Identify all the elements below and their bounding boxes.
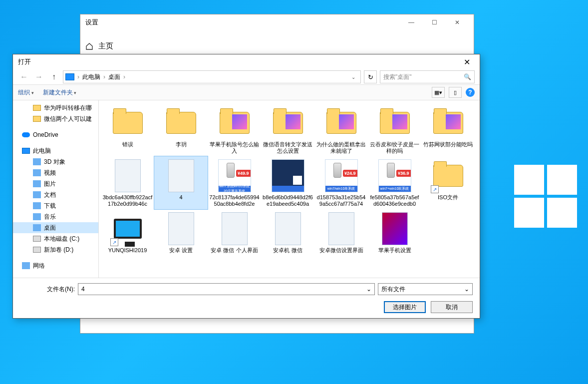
tree-thispc[interactable]: 此电脑 [13, 145, 98, 156]
file-item[interactable]: 3bdc6a430ffb922acf17b2e0d99b46c [101, 156, 154, 209]
nav-tree[interactable]: 华为呼叫转移在哪微信两个人可以建 OneDrive 此电脑 3D 对象视频图片文… [13, 100, 99, 278]
drive-icon [33, 236, 41, 242]
file-label: b8e6d6b0d9448d2f6e19abeed5c409a [262, 194, 313, 207]
filetype-filter[interactable]: 所有文件 ⌄ [378, 283, 473, 295]
minimize-button[interactable]: — [400, 17, 423, 27]
filename-input[interactable]: 4 ⌄ [78, 283, 375, 295]
open-dialog: 打开 ✕ ← → ↑ › 此电脑 › 桌面 › ⌄ ↻ 搜索"桌面" 🔍 组织 … [12, 54, 480, 319]
file-label: d158753a31e25b549a5cc67af775a74 [315, 194, 367, 207]
video-icon [33, 169, 41, 176]
file-label: 3bdc6a430ffb922acf17b2e0d99b46c [102, 194, 153, 207]
tree-network[interactable]: 网络 [13, 260, 98, 271]
file-item[interactable]: 云吞皮和饺子皮是一样的吗 [368, 103, 421, 156]
home-label[interactable]: 主页 [98, 41, 113, 51]
windows-logo [514, 165, 579, 230]
image-thumb: ¥49.9win7系统win10系统 20元重装系统 [218, 159, 251, 192]
crumb-thispc[interactable]: 此电脑 [82, 73, 100, 81]
tree-pc-item[interactable]: 3D 对象 [13, 156, 98, 167]
pc-icon [65, 73, 74, 80]
folder-icon [33, 105, 41, 111]
file-item[interactable]: ↗ISO文件 [421, 156, 475, 209]
file-item[interactable]: 错误 [101, 103, 154, 156]
doc-icon [33, 191, 41, 198]
file-label: 微信语音转文字发送怎么设置 [262, 141, 313, 154]
tree-pc-item[interactable]: 图片 [13, 178, 98, 189]
tree-pc-item[interactable]: 下载 [13, 200, 98, 211]
address-bar[interactable]: › 此电脑 › 桌面 › ⌄ [63, 70, 361, 83]
close-button[interactable]: ✕ [446, 17, 469, 27]
file-item[interactable]: 安卓 微信 个人界面 [208, 209, 261, 256]
file-list[interactable]: 错误李玥苹果手机除号怎么输入微信语音转文字发送怎么设置为什么做的蛋糕拿出来就缩了… [99, 100, 480, 278]
image-thumb [168, 159, 194, 192]
desktop-icon [33, 224, 41, 231]
pic-icon [33, 180, 41, 187]
shortcut-icon: ↗ [110, 238, 118, 246]
tree-pc-item[interactable]: 音乐 [13, 211, 98, 222]
image-thumb [275, 212, 301, 245]
file-item[interactable]: ¥36.9win7+win10双系统fe5805a37b567a5efd6004… [368, 156, 421, 209]
tree-quick-item[interactable]: 微信两个人可以建 [13, 113, 98, 124]
file-item[interactable]: 安卓 设置 [154, 209, 208, 256]
file-item[interactable]: 安卓微信设置界面 [314, 209, 368, 256]
file-label: 安卓 设置 [169, 247, 193, 254]
tree-pc-item[interactable]: 桌面 [13, 222, 98, 233]
maximize-button[interactable]: ☐ [423, 17, 446, 27]
image-thumb: ¥36.9win7+win10双系统 [378, 159, 411, 192]
tree-quick-item[interactable]: 华为呼叫转移在哪 [13, 102, 98, 113]
image-thumb [272, 159, 304, 192]
file-label: 竹荪网状部分能吃吗 [423, 141, 473, 148]
tree-pc-item[interactable]: 文档 [13, 189, 98, 200]
file-label: 安卓 微信 个人界面 [211, 247, 258, 254]
tree-pc-item[interactable]: 本地磁盘 (C:) [13, 233, 98, 244]
file-item[interactable]: 苹果手机设置 [368, 209, 421, 256]
file-label: 4 [179, 194, 182, 201]
crumb-desktop[interactable]: 桌面 [108, 73, 120, 81]
file-item[interactable]: ¥49.9win7系统win10系统 20元重装系统72c8137fa4de65… [208, 156, 261, 209]
file-item[interactable]: b8e6d6b0d9448d2f6e19abeed5c409a [261, 156, 314, 209]
file-label: 72c8137fa4de6599450ac8bb4e8fd2e [209, 194, 260, 207]
file-item[interactable]: 安卓机 微信 [261, 209, 314, 256]
address-dropdown-icon[interactable]: ⌄ [348, 74, 358, 80]
file-item[interactable]: ¥24.9win7/win10单系统d158753a31e25b549a5cc6… [314, 156, 368, 209]
file-item[interactable]: 竹荪网状部分能吃吗 [421, 103, 475, 156]
cloud-icon [22, 132, 30, 137]
file-item[interactable]: 为什么做的蛋糕拿出来就缩了 [314, 103, 368, 156]
cancel-button[interactable]: 取消 [431, 301, 473, 313]
newfolder-button[interactable]: 新建文件夹 [43, 88, 77, 97]
tree-pc-item[interactable]: 视频 [13, 167, 98, 178]
image-thumb [168, 212, 194, 245]
tree-onedrive[interactable]: OneDrive [13, 129, 98, 140]
home-icon [85, 42, 93, 50]
help-icon[interactable]: ? [466, 88, 475, 97]
preview-pane-button[interactable]: ▯ [449, 87, 462, 98]
up-button[interactable]: ↑ [48, 71, 60, 83]
open-button[interactable]: 选择图片 [384, 301, 426, 313]
file-item[interactable]: ↗YUNQISHI2019 [101, 209, 154, 256]
file-item[interactable]: 微信语音转文字发送怎么设置 [261, 103, 314, 156]
search-placeholder: 搜索"桌面" [383, 73, 412, 81]
back-button[interactable]: ← [18, 71, 30, 83]
close-button[interactable]: ✕ [457, 57, 477, 67]
refresh-button[interactable]: ↻ [364, 70, 377, 83]
dialog-title: 打开 [18, 57, 31, 66]
file-label: 李玥 [176, 141, 187, 148]
file-item[interactable]: 4 [154, 156, 208, 209]
file-item[interactable]: 苹果手机除号怎么输入 [208, 103, 261, 156]
image-thumb [382, 212, 408, 245]
image-thumb [115, 159, 141, 192]
tree-pc-item[interactable]: 新加卷 (D:) [13, 244, 98, 255]
monitor-icon [114, 219, 142, 239]
chevron-down-icon[interactable]: ⌄ [366, 286, 371, 293]
pc-icon [22, 148, 30, 154]
file-label: 安卓机 微信 [273, 247, 302, 254]
folder-icon [326, 112, 356, 134]
search-input[interactable]: 搜索"桌面" 🔍 [380, 70, 475, 83]
file-label: 错误 [122, 141, 133, 148]
organize-menu[interactable]: 组织 [18, 88, 34, 97]
dl-icon [33, 202, 41, 209]
file-item[interactable]: 李玥 [154, 103, 208, 156]
filename-label: 文件名(N): [20, 285, 75, 294]
view-mode-button[interactable]: ▦▾ [432, 87, 445, 98]
chevron-down-icon: ⌄ [464, 286, 469, 293]
folder-icon [166, 112, 196, 134]
